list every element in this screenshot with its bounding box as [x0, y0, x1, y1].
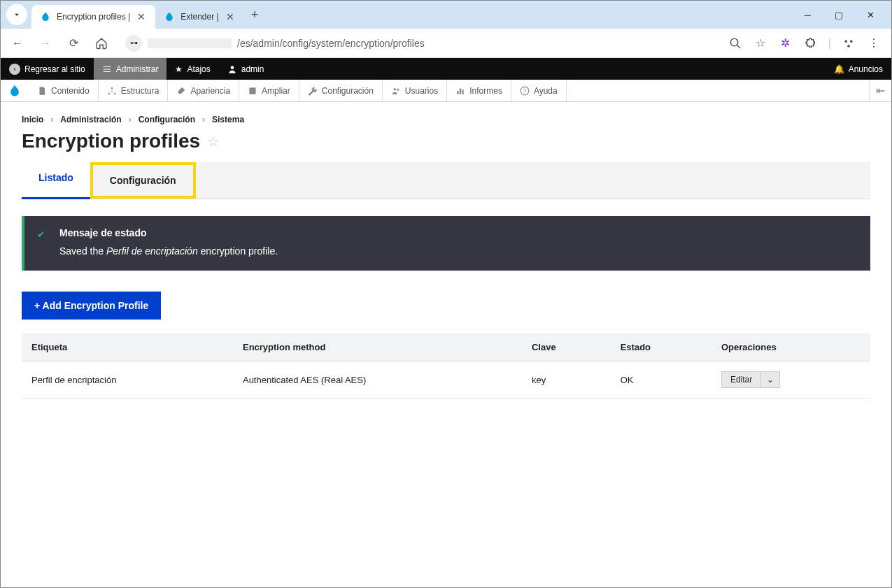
shortcuts-link[interactable]: ★ Atajos — [167, 58, 218, 80]
back-to-site-link[interactable]: ‹ Regresar al sitio — [1, 58, 94, 80]
menu-label: Ampliar — [262, 86, 290, 96]
svg-line-1 — [737, 45, 740, 48]
favorite-star-icon[interactable]: ☆ — [207, 133, 220, 150]
tab-listado[interactable]: Listado — [22, 162, 90, 199]
menu-informes[interactable]: Informes — [447, 80, 511, 101]
hamburger-icon — [102, 64, 112, 74]
cell-ops: Editar ⌄ — [712, 361, 870, 399]
browser-tab-inactive[interactable]: Extender | ✕ — [155, 5, 243, 29]
svg-rect-9 — [249, 87, 255, 94]
table-row: Perfil de encriptación Authenticated AES… — [22, 361, 870, 399]
svg-text:?: ? — [523, 87, 526, 94]
maximize-button[interactable]: ▢ — [829, 7, 849, 23]
bookmark-star-icon[interactable]: ☆ — [753, 36, 768, 51]
menu-label: Estructura — [121, 86, 160, 96]
tab-title: Extender | — [180, 12, 218, 22]
url-redacted — [148, 38, 232, 48]
close-tab-icon[interactable]: ✕ — [225, 11, 236, 22]
browser-toolbar: ← → ⟳ ⊶ /es/admin/config/system/encrypti… — [1, 29, 891, 58]
manage-link[interactable]: Administrar — [94, 58, 167, 80]
reload-button[interactable]: ⟳ — [64, 34, 83, 53]
chart-icon — [455, 86, 465, 96]
url-path: /es/admin/config/system/encryption/profi… — [237, 38, 425, 49]
cell-label: Perfil de encriptación — [22, 361, 233, 399]
page-content: Inicio› Administración› Configuración› S… — [1, 102, 891, 411]
svg-point-10 — [393, 87, 396, 90]
menu-button[interactable]: ⋮ — [866, 36, 882, 51]
svg-rect-14 — [462, 89, 464, 94]
back-button[interactable]: ← — [8, 34, 27, 53]
svg-point-2 — [844, 40, 847, 43]
th-status: Estado — [611, 334, 712, 361]
help-icon: ? — [520, 86, 530, 96]
menu-ayuda[interactable]: ? Ayuda — [511, 80, 567, 101]
menu-ampliar[interactable]: Ampliar — [239, 80, 299, 101]
new-tab-button[interactable]: + — [244, 8, 266, 22]
back-to-site-label: Regresar al sitio — [24, 64, 85, 74]
close-tab-icon[interactable]: ✕ — [136, 11, 147, 22]
brush-icon — [176, 86, 186, 96]
menu-estructura[interactable]: Estructura — [99, 80, 169, 101]
menu-label: Apariencia — [190, 86, 230, 96]
page-title: Encryption profiles — [22, 130, 200, 152]
th-ops: Operaciones — [712, 334, 870, 361]
user-icon — [227, 64, 237, 74]
svg-point-3 — [850, 40, 853, 43]
shortcuts-label: Atajos — [187, 64, 210, 74]
extensions-icon[interactable] — [803, 36, 819, 51]
status-text-em: Perfil de encriptación — [106, 245, 198, 257]
checkmark-icon: ✔ — [37, 229, 45, 240]
site-info-icon[interactable]: ⊶ — [125, 35, 142, 52]
th-label: Etiqueta — [22, 334, 233, 361]
address-bar[interactable]: ⊶ /es/admin/config/system/encryption/pro… — [120, 35, 719, 52]
drupal-toolbar: ‹ Regresar al sitio Administrar ★ Atajos… — [1, 58, 891, 80]
edit-dropdown[interactable]: Editar ⌄ — [721, 371, 780, 388]
bell-icon: 🔔 — [834, 64, 844, 74]
user-link[interactable]: admin — [219, 58, 273, 80]
home-button[interactable] — [92, 34, 111, 53]
breadcrumb-link[interactable]: Configuración — [139, 115, 195, 124]
svg-point-6 — [111, 87, 113, 88]
puzzle-icon — [248, 86, 257, 96]
svg-point-11 — [397, 88, 399, 90]
tab-configuracion[interactable]: Configuración — [90, 162, 196, 199]
browser-titlebar: Encryption profiles | ✕ Extender | ✕ + ─… — [1, 1, 891, 29]
breadcrumb-link[interactable]: Sistema — [212, 115, 244, 124]
drupal-favicon-icon — [40, 11, 51, 22]
wrench-icon — [308, 86, 318, 96]
profile-icon[interactable] — [841, 36, 856, 51]
menu-usuarios[interactable]: Usuarios — [383, 80, 447, 101]
status-text-prefix: Saved the — [59, 245, 106, 257]
svg-point-4 — [847, 44, 850, 47]
breadcrumb-link[interactable]: Inicio — [22, 115, 43, 124]
svg-rect-12 — [458, 91, 459, 94]
cell-method: Authenticated AES (Real AES) — [233, 361, 522, 399]
browser-tab-active[interactable]: Encryption profiles | ✕ — [31, 5, 155, 29]
page-tabs: Listado Configuración — [22, 162, 870, 199]
menu-label: Usuarios — [405, 86, 438, 96]
tab-search-button[interactable] — [6, 4, 27, 25]
svg-point-5 — [230, 66, 234, 69]
breadcrumb-link[interactable]: Administración — [60, 115, 121, 124]
structure-icon — [107, 86, 117, 96]
collapse-sidebar-button[interactable]: ⇤ — [869, 80, 891, 101]
admin-menu: Contenido Estructura Apariencia Ampliar … — [1, 80, 891, 102]
close-window-button[interactable]: ✕ — [861, 7, 880, 23]
minimize-button[interactable]: ─ — [799, 7, 816, 23]
announcements-link[interactable]: 🔔 Anuncios — [826, 58, 891, 80]
forward-button[interactable]: → — [36, 34, 55, 53]
extension-icon[interactable]: ✲ — [778, 36, 793, 51]
menu-configuracion[interactable]: Configuración — [299, 80, 383, 101]
add-encryption-profile-button[interactable]: + Add Encryption Profile — [22, 292, 161, 320]
user-label: admin — [241, 64, 264, 74]
star-icon: ★ — [175, 64, 183, 74]
zoom-icon[interactable] — [728, 36, 743, 51]
menu-label: Ayuda — [534, 86, 558, 96]
menu-contenido[interactable]: Contenido — [29, 80, 99, 101]
drupal-logo[interactable] — [1, 80, 29, 101]
back-arrow-icon: ‹ — [9, 64, 20, 75]
menu-label: Contenido — [51, 86, 90, 96]
breadcrumb: Inicio› Administración› Configuración› S… — [22, 115, 870, 124]
menu-apariencia[interactable]: Apariencia — [168, 80, 239, 101]
status-body: Saved the Perfil de encriptación encrypt… — [59, 245, 856, 257]
